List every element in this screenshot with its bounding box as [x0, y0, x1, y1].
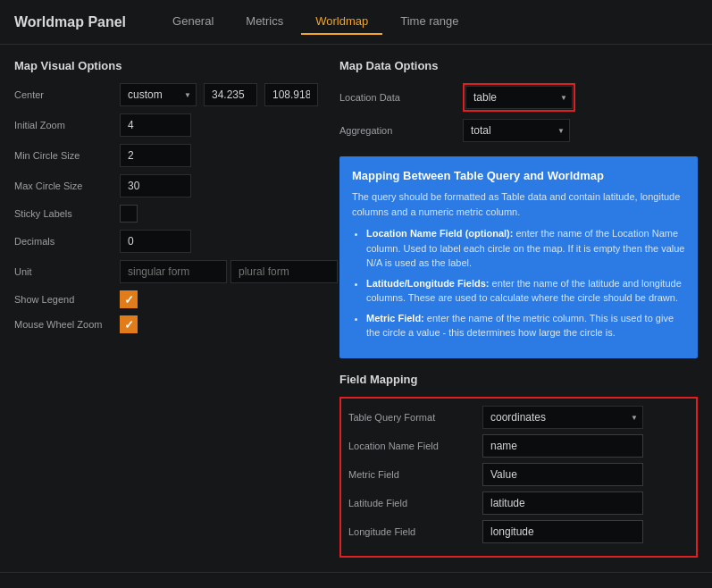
max-circle-row: Max Circle Size: [14, 174, 318, 197]
center-lat-input[interactable]: [204, 83, 257, 106]
app-title: Worldmap Panel: [14, 14, 126, 30]
nav-tabs: General Metrics Worldmap Time range: [158, 9, 473, 35]
metric-field-label: Metric Field: [348, 469, 482, 480]
metric-field-input[interactable]: [482, 463, 643, 486]
unit-label: Unit: [14, 266, 113, 277]
decimals-row: Decimals: [14, 230, 318, 253]
info-box-item-3: Metric Field: enter the name of the metr…: [366, 311, 685, 340]
initial-zoom-input[interactable]: [120, 113, 191, 137]
min-circle-label: Min Circle Size: [14, 150, 113, 161]
unit-inputs: [120, 260, 338, 283]
latitude-field-label: Latitude Field: [348, 498, 482, 508]
mouse-wheel-label: Mouse Wheel Zoom: [14, 319, 113, 330]
max-circle-input[interactable]: [120, 174, 191, 197]
aggregation-select[interactable]: total avg min max: [463, 119, 570, 142]
header: Worldmap Panel General Metrics Worldmap …: [0, 0, 712, 45]
table-query-label: Table Query Format: [348, 412, 482, 423]
sticky-labels-row: Sticky Labels: [14, 205, 318, 223]
decimals-label: Decimals: [14, 236, 113, 247]
field-mapping-section: Field Mapping Table Query Format coordin…: [339, 373, 698, 558]
location-data-select-highlighted: table countries states: [463, 83, 575, 112]
map-data-title: Map Data Options: [339, 59, 698, 72]
sticky-labels-label: Sticky Labels: [14, 208, 113, 219]
aggregation-row: Aggregation total avg min max: [339, 119, 698, 142]
aggregation-select-wrapper: total avg min max: [463, 119, 570, 142]
visual-options-title: Map Visual Options: [14, 59, 318, 72]
sticky-labels-checkbox[interactable]: [120, 205, 138, 223]
separator: [0, 572, 712, 573]
latitude-field-row: Latitude Field: [348, 491, 689, 515]
mouse-wheel-check-icon: ✓: [124, 318, 134, 332]
location-data-select[interactable]: table countries states: [465, 86, 573, 109]
show-legend-row: Show Legend ✓: [14, 290, 318, 308]
info-box-title: Mapping Between Table Query and Worldmap: [352, 169, 685, 182]
center-lon-input[interactable]: [264, 83, 318, 106]
min-circle-input[interactable]: [120, 144, 191, 167]
bottom-section: Threshold Options Thresholds Colors Hide…: [0, 584, 712, 589]
metric-field-row: Metric Field: [348, 463, 689, 486]
table-query-select[interactable]: coordinates geohash: [482, 406, 643, 429]
info-box-item-2: Latitude/Longitude Fields: enter the nam…: [366, 276, 685, 306]
info-box: Mapping Between Table Query and Worldmap…: [339, 156, 698, 358]
info-box-text: The query should be formatted as Table d…: [352, 189, 685, 219]
mouse-wheel-checkbox[interactable]: ✓: [120, 315, 138, 333]
initial-zoom-row: Initial Zoom: [14, 113, 318, 137]
longitude-field-row: Longitude Field: [348, 520, 689, 543]
show-legend-label: Show Legend: [14, 294, 113, 305]
main-content: Map Visual Options Center custom Europe …: [0, 45, 712, 572]
info-item-1-bold: Location Name Field (optional):: [366, 228, 513, 239]
right-panel: Map Data Options Location Data table cou…: [339, 59, 698, 558]
show-legend-checkbox[interactable]: ✓: [120, 290, 138, 308]
tab-metrics[interactable]: Metrics: [231, 9, 297, 35]
tab-general[interactable]: General: [158, 9, 228, 35]
show-legend-check-icon: ✓: [124, 293, 134, 307]
max-circle-label: Max Circle Size: [14, 181, 113, 191]
center-row: Center custom Europe North America: [14, 83, 318, 106]
center-select[interactable]: custom Europe North America: [120, 83, 197, 106]
center-select-wrapper: custom Europe North America: [120, 83, 197, 106]
field-mapping-title: Field Mapping: [339, 373, 698, 386]
location-data-select-wrapper: table countries states: [465, 86, 573, 109]
location-name-input[interactable]: [482, 434, 643, 458]
unit-singular-input[interactable]: [120, 260, 227, 283]
location-name-row: Location Name Field: [348, 434, 689, 458]
unit-row: Unit: [14, 260, 318, 283]
latitude-field-input[interactable]: [482, 491, 643, 515]
center-label: Center: [14, 89, 113, 100]
info-item-2-bold: Latitude/Longitude Fields:: [366, 278, 490, 289]
longitude-field-label: Longitude Field: [348, 526, 482, 537]
tab-worldmap[interactable]: Worldmap: [301, 9, 382, 35]
map-data-section: Map Data Options Location Data table cou…: [339, 59, 698, 142]
info-box-list: Location Name Field (optional): enter th…: [352, 226, 685, 340]
location-name-label: Location Name Field: [348, 441, 482, 451]
initial-zoom-label: Initial Zoom: [14, 120, 113, 130]
table-query-select-wrapper: coordinates geohash: [482, 406, 643, 429]
left-panel: Map Visual Options Center custom Europe …: [14, 59, 318, 558]
mouse-wheel-row: Mouse Wheel Zoom ✓: [14, 315, 318, 333]
longitude-field-input[interactable]: [482, 520, 643, 543]
aggregation-label: Aggregation: [339, 125, 456, 136]
field-mapping-container: Table Query Format coordinates geohash L…: [339, 397, 698, 558]
table-query-row: Table Query Format coordinates geohash: [348, 406, 689, 429]
location-data-row: Location Data table countries states: [339, 83, 698, 112]
tab-time-range[interactable]: Time range: [386, 9, 473, 35]
unit-plural-input[interactable]: [230, 260, 338, 283]
decimals-input[interactable]: [120, 230, 191, 253]
info-box-item-1: Location Name Field (optional): enter th…: [366, 226, 685, 271]
info-item-3-bold: Metric Field:: [366, 313, 424, 323]
min-circle-row: Min Circle Size: [14, 144, 318, 167]
location-data-label: Location Data: [339, 92, 456, 103]
